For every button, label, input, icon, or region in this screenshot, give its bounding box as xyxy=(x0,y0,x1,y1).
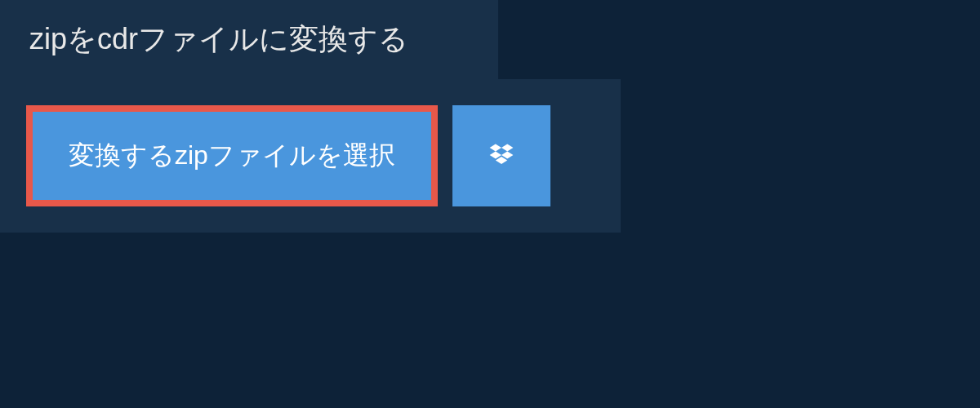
dropbox-button[interactable] xyxy=(452,105,550,206)
header-bar: zipをcdrファイルに変換する xyxy=(0,0,498,79)
content-panel: 変換するzipファイルを選択 xyxy=(0,79,621,233)
button-row: 変換するzipファイルを選択 xyxy=(26,105,595,206)
select-file-button[interactable]: 変換するzipファイルを選択 xyxy=(26,105,438,206)
page-title: zipをcdrファイルに変換する xyxy=(29,20,469,60)
dropbox-icon xyxy=(487,141,516,171)
select-file-label: 変換するzipファイルを選択 xyxy=(69,138,395,174)
